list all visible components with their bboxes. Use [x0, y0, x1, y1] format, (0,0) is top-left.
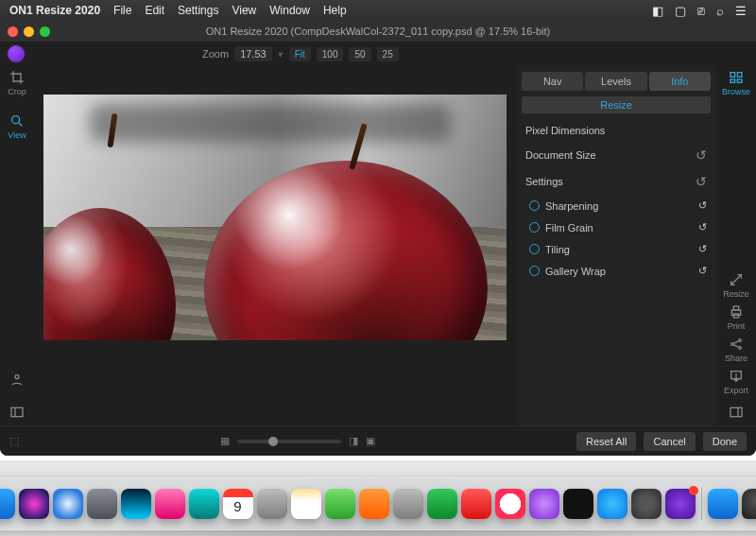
presets-icon[interactable] [9, 372, 25, 388]
dock-app-teal-icon[interactable] [189, 489, 219, 519]
opacity-slider[interactable] [237, 440, 341, 443]
minimize-window-button[interactable] [24, 26, 34, 37]
sub-film-grain[interactable]: Film Grain [545, 222, 593, 233]
cancel-button[interactable]: Cancel [644, 432, 695, 451]
dock-safari-icon[interactable] [53, 489, 83, 519]
menu-settings[interactable]: Settings [178, 4, 218, 17]
toggle-sharpening-icon[interactable] [529, 200, 540, 211]
mode-export[interactable]: Export [724, 369, 748, 395]
dock-appstore-icon[interactable] [597, 489, 627, 519]
dock-calendar-icon[interactable] [223, 489, 253, 519]
toggle-tiling-icon[interactable] [529, 244, 540, 254]
app-token-icon[interactable] [8, 45, 25, 62]
dock-notes-icon[interactable] [291, 489, 321, 519]
airplay-icon[interactable]: ▢ [675, 4, 686, 18]
toggle-gallery-wrap-icon[interactable] [529, 266, 540, 276]
menu-edit[interactable]: Edit [145, 4, 164, 17]
reset-film-grain[interactable]: ↺ [698, 221, 707, 233]
crop-tool[interactable]: Crop [8, 70, 26, 96]
panel-toggle-right-icon[interactable] [729, 405, 744, 420]
resize-section-button[interactable]: Resize [522, 96, 711, 113]
mode-share-label: Share [725, 354, 747, 363]
dock-finder-icon[interactable] [0, 489, 15, 519]
sub-tiling[interactable]: Tiling [545, 244, 570, 255]
tab-levels[interactable]: Levels [585, 72, 646, 91]
zoom-fit-button[interactable]: Fit [289, 47, 311, 61]
dock-app-orange-icon[interactable] [359, 489, 389, 519]
mode-resize-label: Resize [723, 289, 749, 299]
control-center-icon[interactable]: ☰ [735, 4, 747, 18]
dock-tv-icon[interactable] [563, 489, 593, 519]
reset-sharpening[interactable]: ↺ [698, 199, 707, 212]
tab-nav[interactable]: Nav [522, 72, 583, 91]
reset-tiling[interactable]: ↺ [698, 243, 707, 255]
right-panel: Nav Levels Info Resize Pixel Dimensions … [516, 66, 716, 425]
zoom-25-button[interactable]: 25 [377, 47, 399, 61]
dock-app-pink-icon[interactable] [155, 489, 185, 519]
tab-info[interactable]: Info [649, 72, 711, 91]
zoom-100-button[interactable]: 100 [317, 47, 344, 61]
mode-resize[interactable]: Resize [723, 272, 749, 299]
dock-on1-icon[interactable] [665, 489, 696, 519]
dock-messages-icon[interactable] [427, 489, 457, 519]
dock-news-icon[interactable] [461, 489, 491, 519]
crop-tool-label: Crop [8, 87, 26, 96]
menu-view[interactable]: View [232, 4, 256, 17]
desktop-area [0, 460, 756, 536]
dock-downloads-icon[interactable] [708, 489, 738, 519]
dock-photoshop-icon[interactable] [121, 489, 151, 519]
dock-app-gray-icon[interactable] [257, 489, 287, 519]
mode-export-label: Export [724, 386, 748, 395]
dock-podcasts-icon[interactable] [529, 489, 559, 519]
reset-document-size[interactable]: ↺ [696, 147, 707, 163]
mode-print[interactable]: Print [728, 304, 746, 331]
menubar-app-name[interactable]: ON1 Resize 2020 [9, 4, 100, 17]
svg-point-12 [739, 347, 742, 350]
zoom-value[interactable]: 17.53 [234, 46, 272, 61]
reset-settings[interactable]: ↺ [696, 174, 707, 189]
svg-point-0 [12, 116, 20, 124]
menu-file[interactable]: File [113, 4, 131, 17]
dock-app-green-icon[interactable] [325, 489, 355, 519]
zoom-window-button[interactable] [40, 26, 50, 37]
dock-music-icon[interactable] [495, 489, 525, 519]
compare-split-icon[interactable]: ◨ [349, 435, 358, 447]
dock-trash-icon[interactable] [742, 489, 757, 519]
zoom-50-button[interactable]: 50 [349, 47, 370, 61]
mode-browse-label: Browse [722, 87, 750, 96]
section-pixel-dimensions[interactable]: Pixel Dimensions [525, 125, 605, 136]
mode-browse[interactable]: Browse [722, 70, 750, 96]
top-toolbar: Zoom 17.53 ▾ Fit 100 50 25 [0, 42, 756, 66]
close-window-button[interactable] [8, 26, 18, 37]
display-icon[interactable]: ⎚ [697, 4, 705, 18]
dock-launchpad-icon[interactable] [87, 489, 117, 519]
panel-toggle-left-icon[interactable] [9, 405, 25, 420]
reset-gallery-wrap[interactable]: ↺ [698, 265, 707, 277]
view-tool[interactable]: View [8, 113, 26, 140]
bottom-bar: ⬚ ▦ ◨ ▣ Reset All Cancel Done [0, 425, 756, 456]
done-button[interactable]: Done [703, 432, 747, 451]
dock-siri-icon[interactable] [19, 489, 49, 519]
notification-icon[interactable]: ◧ [652, 4, 663, 18]
section-document-size[interactable]: Document Size [525, 149, 596, 161]
sub-sharpening[interactable]: Sharpening [545, 200, 598, 212]
soft-proof-icon[interactable]: ⬚ [9, 435, 19, 447]
svg-rect-8 [733, 306, 738, 310]
image-canvas[interactable] [43, 95, 507, 340]
menu-window[interactable]: Window [269, 4, 310, 17]
section-settings[interactable]: Settings [525, 176, 563, 187]
toggle-film-grain-icon[interactable] [529, 222, 540, 233]
sub-gallery-wrap[interactable]: Gallery Wrap [545, 266, 606, 277]
right-mode-strip: Browse Resize Print Share Export [716, 66, 756, 425]
mode-share[interactable]: Share [725, 337, 747, 363]
menu-help[interactable]: Help [323, 4, 347, 17]
search-icon[interactable]: ⌕ [716, 4, 724, 18]
compare-full-icon[interactable]: ▣ [366, 435, 375, 447]
reset-all-button[interactable]: Reset All [576, 432, 636, 451]
dock-mail-icon[interactable] [393, 489, 423, 519]
svg-rect-3 [730, 73, 735, 78]
left-tool-strip: Crop View [0, 66, 34, 425]
dock-preferences-icon[interactable] [631, 489, 662, 519]
compare-grid-icon[interactable]: ▦ [220, 435, 230, 447]
window-titlebar: ON1 Resize 2020 (CompDeskWalCol-2372_011… [0, 21, 756, 42]
